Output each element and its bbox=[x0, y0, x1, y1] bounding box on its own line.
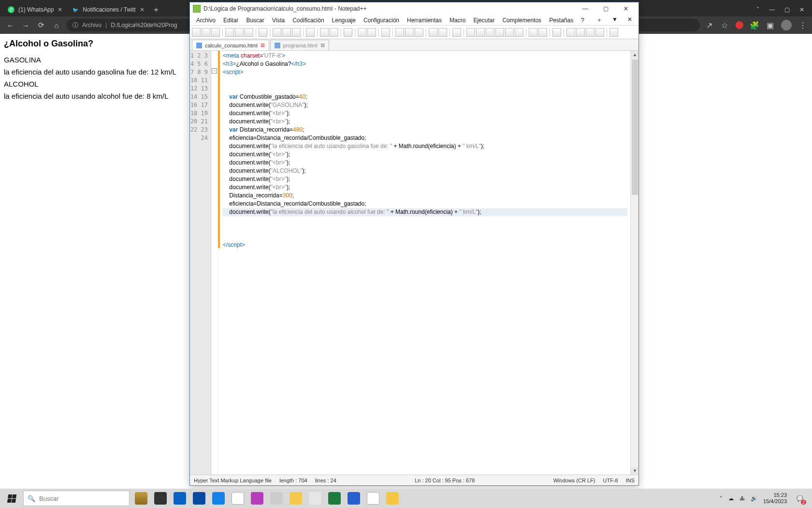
reload-button[interactable]: ⟳ bbox=[36, 20, 46, 30]
menu-help[interactable]: ? bbox=[578, 16, 588, 25]
scroll-down-icon[interactable]: ▼ bbox=[631, 467, 638, 475]
minimize-icon[interactable]: — bbox=[769, 6, 775, 13]
toolbar-button[interactable] bbox=[330, 28, 338, 37]
taskbar-app[interactable] bbox=[209, 489, 228, 508]
menu-lenguaje[interactable]: Lenguaje bbox=[329, 16, 359, 25]
toolbar-button[interactable] bbox=[381, 28, 390, 37]
maximize-icon[interactable]: ▢ bbox=[784, 6, 790, 13]
taskbar-app[interactable] bbox=[267, 489, 286, 508]
code-line[interactable] bbox=[223, 233, 627, 241]
taskbar-app[interactable] bbox=[189, 489, 209, 508]
taskbar-app[interactable] bbox=[247, 489, 267, 508]
toolbar-button[interactable] bbox=[552, 28, 561, 37]
titlebar[interactable]: D:\Logica de Programacion\calculo_consum… bbox=[190, 2, 638, 15]
menu-ejecutar[interactable]: Ejecutar bbox=[470, 16, 498, 25]
menu-icon[interactable]: ⋮ bbox=[798, 21, 807, 30]
toolbar-button[interactable] bbox=[225, 28, 234, 37]
maximize-button[interactable]: ▢ bbox=[596, 3, 615, 14]
taskbar-app[interactable] bbox=[305, 489, 325, 508]
close-button[interactable]: ✕ bbox=[616, 3, 636, 14]
close-icon[interactable]: ✕ bbox=[140, 6, 145, 13]
toolbar-button[interactable] bbox=[211, 28, 220, 37]
menu-editar[interactable]: Editar bbox=[220, 16, 242, 25]
chrome-tab-twitter[interactable]: 🐦 Notificaciones / Twitt ✕ bbox=[67, 3, 149, 16]
fold-column[interactable]: − bbox=[211, 51, 218, 475]
scrollbar-thumb[interactable] bbox=[632, 60, 638, 195]
close-icon[interactable]: ⊠ bbox=[261, 42, 265, 48]
taskbar-app[interactable] bbox=[131, 489, 151, 508]
start-button[interactable] bbox=[2, 489, 21, 508]
toolbar-button[interactable] bbox=[429, 28, 437, 37]
toolbar-button[interactable] bbox=[415, 28, 423, 37]
doctab-calculo-consumo[interactable]: calculo_consumo.html ⊠ bbox=[192, 40, 269, 50]
toolbar-button[interactable] bbox=[438, 28, 447, 37]
toolbar-button[interactable] bbox=[566, 28, 575, 37]
toolbar-button[interactable] bbox=[259, 28, 267, 37]
code-line[interactable]: <script> bbox=[223, 68, 627, 76]
code-line[interactable]: var Combustible_gastado=40; bbox=[223, 93, 627, 101]
taskbar-app[interactable] bbox=[363, 489, 383, 508]
menu-configuracion[interactable]: Configuración bbox=[360, 16, 403, 25]
toolbar-button[interactable] bbox=[486, 28, 494, 37]
doctab-programa[interactable]: programa.html ⊠ bbox=[270, 40, 329, 50]
fold-toggle-icon[interactable]: − bbox=[212, 68, 217, 74]
menu-codificacion[interactable]: Codificación bbox=[289, 16, 327, 25]
tray-network-icon[interactable]: 🖧 bbox=[740, 495, 745, 501]
star-icon[interactable]: ☆ bbox=[720, 21, 729, 30]
minimize-button[interactable]: — bbox=[576, 3, 595, 14]
close-icon[interactable]: ✕ bbox=[58, 6, 62, 13]
vertical-scrollbar[interactable]: ▲ ▼ bbox=[630, 51, 638, 475]
scroll-up-icon[interactable]: ▲ bbox=[631, 51, 638, 59]
toolbar-button[interactable] bbox=[515, 28, 523, 37]
menu-buscar[interactable]: Buscar bbox=[243, 16, 267, 25]
code-line[interactable]: document.write("<br>"); bbox=[223, 159, 627, 167]
toolbar-button[interactable] bbox=[595, 28, 604, 37]
code-line[interactable]: document.write("<br>"); bbox=[223, 118, 627, 126]
profile-avatar[interactable] bbox=[781, 20, 792, 30]
tab-close-icon[interactable]: ✕ bbox=[624, 15, 636, 25]
toolbar-button[interactable] bbox=[245, 28, 253, 37]
code-line[interactable] bbox=[223, 224, 627, 233]
tray-onedrive-icon[interactable]: ☁ bbox=[728, 495, 734, 502]
tab-dropdown-icon[interactable]: ▼ bbox=[609, 15, 621, 25]
tray-volume-icon[interactable]: 🔊 bbox=[751, 495, 757, 502]
taskbar-app[interactable] bbox=[286, 489, 305, 508]
chevron-down-icon[interactable]: ˅ bbox=[756, 6, 759, 13]
code-line[interactable]: eficiencia=Distancia_recorrida/Combustib… bbox=[223, 134, 627, 142]
taskbar-app[interactable] bbox=[151, 489, 170, 508]
code-line[interactable]: <meta charset='UTF-8'> bbox=[223, 52, 627, 60]
toolbar-button[interactable] bbox=[495, 28, 504, 37]
code-line[interactable]: eficiencia=Distancia_recorrida/Combustib… bbox=[223, 200, 627, 208]
taskbar-app[interactable] bbox=[344, 489, 363, 508]
code-line[interactable]: <h3>¿Alcohol o Gasolina?</h3> bbox=[223, 60, 627, 68]
toolbar-button[interactable] bbox=[273, 28, 281, 37]
code-line[interactable] bbox=[223, 76, 627, 85]
code-line[interactable]: document.write("la eficiencia del auto u… bbox=[223, 142, 627, 150]
toolbar-button[interactable] bbox=[466, 28, 475, 37]
back-button[interactable]: ← bbox=[5, 20, 15, 30]
chrome-tab-whatsapp[interactable]: ✆ (1) WhatsApp ✕ bbox=[3, 3, 67, 16]
toolbar-button[interactable] bbox=[292, 28, 301, 37]
taskbar-app[interactable] bbox=[228, 489, 247, 508]
menu-pestanas[interactable]: Pestañas bbox=[546, 16, 577, 25]
toolbar-button[interactable] bbox=[202, 28, 210, 37]
menu-vista[interactable]: Vista bbox=[269, 16, 288, 25]
cast-icon[interactable]: ▣ bbox=[766, 21, 774, 30]
code-line[interactable]: document.write("GASOLINA"); bbox=[223, 101, 627, 109]
toolbar-button[interactable] bbox=[452, 28, 461, 37]
toolbar-button[interactable] bbox=[576, 28, 585, 37]
toolbar-button[interactable] bbox=[538, 28, 547, 37]
toolbar-button[interactable] bbox=[476, 28, 485, 37]
taskbar-clock[interactable]: 15:23 15/4/2023 bbox=[763, 492, 787, 505]
toolbar-button[interactable] bbox=[529, 28, 537, 37]
toolbar-button[interactable] bbox=[320, 28, 329, 37]
code-line[interactable]: document.write("<br>"); bbox=[223, 109, 627, 118]
forward-button[interactable]: → bbox=[20, 20, 31, 30]
menu-herramientas[interactable]: Herramientas bbox=[404, 16, 445, 25]
code-line[interactable] bbox=[223, 216, 627, 224]
toolbar-button[interactable] bbox=[282, 28, 291, 37]
extensions-icon[interactable]: 🧩 bbox=[750, 21, 759, 30]
code-line[interactable]: document.write("<br>"); bbox=[223, 183, 627, 192]
toolbar-button[interactable] bbox=[306, 28, 315, 37]
menu-macro[interactable]: Macro bbox=[446, 16, 469, 25]
